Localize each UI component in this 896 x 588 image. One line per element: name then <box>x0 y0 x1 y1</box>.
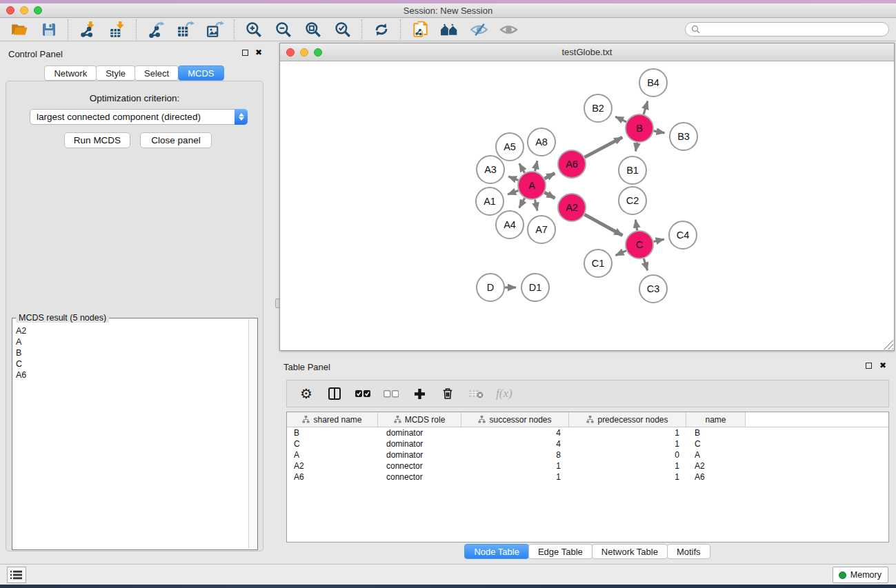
open-session-button[interactable] <box>10 20 28 39</box>
zoom-in-icon <box>245 21 263 39</box>
zoom-out-button[interactable] <box>274 20 292 39</box>
graph-edge[interactable] <box>544 192 555 198</box>
function-builder-button[interactable]: f(x) <box>496 385 512 402</box>
graph-edge[interactable] <box>653 239 664 241</box>
import-network-button[interactable] <box>78 20 97 39</box>
table-header-row: shared name MCDS role successor nodes <box>287 412 888 427</box>
tab-edge-table[interactable]: Edge Table <box>528 544 593 559</box>
float-panel-icon[interactable] <box>242 50 248 56</box>
delete-table-button[interactable] <box>468 385 484 402</box>
show-tasks-button[interactable] <box>7 567 26 583</box>
network-canvas[interactable]: B4B2BB3A8A5A6A3B1AA1C2A2A4A7C4CC1C3DD1 <box>280 61 894 350</box>
folder-open-icon <box>10 21 28 39</box>
search-icon <box>691 25 700 34</box>
list-item[interactable]: A <box>16 336 248 347</box>
column-header-name[interactable]: name <box>686 412 746 427</box>
content-area: Control Panel ✖ Network Style Select MCD… <box>0 41 896 564</box>
graph-edge[interactable] <box>519 163 525 172</box>
table-row[interactable]: C dominator 4 1 C <box>287 438 888 449</box>
column-header-predecessor-nodes[interactable]: predecessor nodes <box>569 412 686 427</box>
columns-icon <box>328 387 341 401</box>
graph-node-label: C1 <box>592 258 605 269</box>
graph-node-label: A8 <box>535 136 548 148</box>
column-header-mcds-role[interactable]: MCDS role <box>378 412 461 427</box>
tab-mcds[interactable]: MCDS <box>178 65 223 81</box>
graph-edge[interactable] <box>535 200 537 211</box>
graph-edge[interactable] <box>616 251 626 256</box>
column-header-shared-name[interactable]: shared name <box>287 412 378 427</box>
window-resize-grip[interactable] <box>884 340 893 349</box>
table-row[interactable]: A6 connector 1 1 A6 <box>287 472 888 483</box>
mcds-result-list[interactable]: A2 A B C A6 <box>12 323 248 549</box>
graph-edge[interactable] <box>644 101 648 114</box>
deselect-all-button[interactable] <box>383 385 399 402</box>
hide-selected-button[interactable] <box>470 20 488 39</box>
graph-node-label: C2 <box>626 195 639 206</box>
tab-motifs[interactable]: Motifs <box>667 544 710 559</box>
delete-column-button[interactable] <box>439 385 456 402</box>
graph-node-label: B <box>636 123 643 134</box>
list-item[interactable]: B <box>16 347 248 358</box>
table-row[interactable]: A2 connector 1 1 A2 <box>287 460 888 472</box>
optimization-criterion-label: Optimization criterion: <box>6 93 263 103</box>
select-all-button[interactable] <box>355 385 371 402</box>
table-settings-button[interactable]: ⚙ <box>298 385 315 402</box>
tab-select[interactable]: Select <box>135 65 179 81</box>
network-graph: B4B2BB3A8A5A6A3B1AA1C2A2A4A7C4CC1C3DD1 <box>280 61 894 350</box>
save-session-button[interactable] <box>39 20 58 39</box>
graph-edge[interactable] <box>508 176 518 180</box>
table-row[interactable]: A dominator 8 0 A <box>287 449 888 460</box>
export-table-button[interactable] <box>176 20 195 39</box>
tab-network-table[interactable]: Network Table <box>592 544 668 559</box>
column-header-successor-nodes[interactable]: successor nodes <box>461 412 569 427</box>
mcds-tab-content: Optimization criterion: largest connecte… <box>6 81 263 551</box>
run-mcds-button[interactable]: Run MCDS <box>64 132 130 148</box>
close-panel-button[interactable]: Close panel <box>140 132 212 148</box>
first-neighbors-button[interactable] <box>440 20 459 39</box>
graph-edge[interactable] <box>584 214 622 235</box>
list-icon <box>10 570 23 580</box>
graph-edge[interactable] <box>508 190 518 194</box>
refresh-button[interactable] <box>372 20 390 39</box>
memory-button[interactable]: Memory <box>833 567 888 583</box>
graph-edge[interactable] <box>519 198 525 207</box>
float-table-panel-icon[interactable] <box>866 363 872 369</box>
list-item[interactable]: A2 <box>16 325 248 336</box>
graph-edge[interactable] <box>585 137 623 157</box>
graph-node-label: B1 <box>626 165 639 176</box>
result-scrollbar[interactable] <box>248 319 257 549</box>
list-item[interactable]: C <box>16 358 248 369</box>
tab-network[interactable]: Network <box>44 65 97 81</box>
mcds-result-title: MCDS result (5 nodes) <box>16 313 109 323</box>
optimization-criterion-select[interactable]: largest connected component (directed) <box>30 109 248 125</box>
export-image-button[interactable] <box>206 20 224 39</box>
graph-edge[interactable] <box>636 143 637 152</box>
graph-edge[interactable] <box>535 161 537 171</box>
new-network-from-selection-button[interactable] <box>410 20 429 39</box>
list-item[interactable]: A6 <box>16 369 248 381</box>
show-all-button[interactable] <box>499 20 518 39</box>
graph-edge[interactable] <box>545 173 555 179</box>
close-panel-icon[interactable]: ✖ <box>255 50 262 56</box>
graph-edge[interactable] <box>654 131 665 133</box>
search-field[interactable] <box>685 22 889 37</box>
search-input[interactable] <box>703 25 883 34</box>
tab-style[interactable]: Style <box>96 65 135 81</box>
close-table-panel-icon[interactable]: ✖ <box>879 363 886 369</box>
graph-edge[interactable] <box>644 258 647 270</box>
import-table-button[interactable] <box>108 20 126 39</box>
tree-icon <box>394 416 401 423</box>
graph-node-label: A7 <box>535 224 548 235</box>
export-network-button[interactable] <box>146 20 165 39</box>
table-row[interactable]: B dominator 4 1 B <box>287 427 888 438</box>
create-column-button[interactable] <box>411 385 428 402</box>
zoom-fit-button[interactable] <box>303 20 322 39</box>
graph-edge[interactable] <box>635 220 637 231</box>
tab-node-table[interactable]: Node Table <box>464 544 529 559</box>
graph-edge[interactable] <box>615 116 626 122</box>
zoom-out-icon <box>275 21 292 39</box>
show-column-button[interactable] <box>326 385 343 402</box>
zoom-in-button[interactable] <box>244 20 263 39</box>
graph-node-label: A1 <box>484 196 496 207</box>
zoom-selected-button[interactable] <box>333 20 352 39</box>
